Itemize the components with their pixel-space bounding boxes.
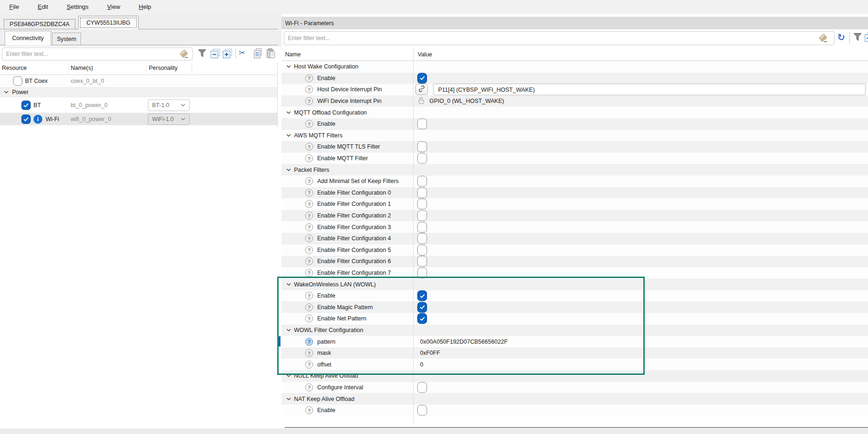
horizontal-scrollbar[interactable]: [285, 427, 868, 428]
collapse-all-icon[interactable]: [864, 32, 868, 42]
param-row-enable-filter-configuration-1[interactable]: ?Enable Filter Configuration 1: [281, 198, 868, 210]
info-icon[interactable]: i: [33, 115, 42, 123]
param-checkbox[interactable]: [417, 73, 427, 83]
param-row-wifi-device-interrupt-pin[interactable]: ?WiFi Device Interrupt PinGPIO_0 (WL_HOS…: [281, 95, 868, 107]
resource-checkbox[interactable]: [13, 76, 22, 86]
personality-select[interactable]: BT-1.0: [148, 99, 190, 111]
name-value-divider[interactable]: [413, 49, 414, 423]
chevron-down-icon[interactable]: [286, 134, 291, 137]
param-row-enable[interactable]: ?Enable: [281, 73, 868, 84]
menu-settings[interactable]: Settings: [57, 0, 98, 14]
chevron-down-icon[interactable]: [286, 65, 291, 68]
param-row-enable-filter-configuration-6[interactable]: ?Enable Filter Configuration 6: [281, 256, 868, 267]
help-icon[interactable]: ?: [305, 189, 313, 197]
param-checkbox[interactable]: [417, 405, 427, 416]
clear-filter-eraser-icon[interactable]: [179, 49, 189, 59]
resource-checkbox[interactable]: [21, 101, 31, 110]
param-checkbox[interactable]: [417, 119, 427, 129]
help-icon[interactable]: ?: [305, 235, 313, 243]
param-row-enable-filter-configuration-2[interactable]: ?Enable Filter Configuration 2: [281, 210, 868, 222]
param-checkbox[interactable]: [417, 210, 427, 221]
param-row-pattern[interactable]: ?pattern0x00A050F192D07CB56656022F: [281, 336, 868, 347]
param-row-add-minimal-set-of-keep-filters[interactable]: ?Add Minimal Set of Keep Filters: [281, 176, 868, 187]
help-icon[interactable]: ?: [305, 143, 313, 151]
pin-value-box[interactable]: P11[4] (CYBSP_WIFI_HOST_WAKE): [433, 84, 866, 95]
param-row-configure-interval[interactable]: ?Configure Interval: [281, 382, 868, 393]
group-row-packet-filters[interactable]: Packet Filters: [281, 164, 868, 176]
param-row-enable-filter-configuration-4[interactable]: ?Enable Filter Configuration 4: [281, 233, 868, 244]
help-icon[interactable]: ?: [305, 269, 313, 277]
help-icon[interactable]: ?: [305, 315, 313, 323]
help-icon[interactable]: ?: [305, 303, 313, 311]
param-row-mask[interactable]: ?mask0xF0FF: [281, 347, 868, 359]
chevron-down-icon[interactable]: [4, 91, 9, 94]
help-icon[interactable]: ?: [305, 258, 313, 265]
help-icon[interactable]: ?: [305, 200, 313, 208]
help-icon[interactable]: ?: [305, 349, 313, 357]
device-tab-cyw55513[interactable]: CYW55513IUBG: [78, 16, 139, 29]
help-icon[interactable]: ?: [305, 97, 313, 105]
param-row-enable-filter-configuration-5[interactable]: ?Enable Filter Configuration 5: [281, 244, 868, 256]
param-row-host-device-interrupt-pin[interactable]: ?Host Device Interrupt PinP11[4] (CYBSP_…: [281, 84, 868, 95]
param-checkbox[interactable]: [417, 222, 427, 232]
column-header-resource[interactable]: Resource: [2, 65, 27, 71]
help-icon[interactable]: ?: [305, 407, 313, 414]
param-row-enable-filter-configuration-0[interactable]: ?Enable Filter Configuration 0: [281, 187, 868, 199]
param-checkbox[interactable]: [417, 142, 427, 152]
group-row-wowl-filter-configuration[interactable]: WOWL Filter Configuration: [281, 325, 868, 336]
param-checkbox[interactable]: [417, 382, 427, 393]
param-checkbox[interactable]: [417, 187, 427, 198]
help-icon[interactable]: ?: [305, 155, 313, 163]
help-icon[interactable]: ?: [305, 292, 313, 300]
help-icon[interactable]: ?: [305, 383, 313, 391]
column-header-name[interactable]: Name: [285, 51, 300, 58]
resource-checkbox[interactable]: [21, 115, 31, 124]
group-row-aws-mqtt-filters[interactable]: AWS MQTT Filters: [281, 130, 868, 142]
param-checkbox[interactable]: [417, 313, 427, 324]
help-icon[interactable]: ?: [305, 338, 313, 346]
param-checkbox[interactable]: [417, 256, 427, 267]
param-checkbox[interactable]: [417, 153, 427, 164]
help-icon[interactable]: ?: [305, 177, 313, 185]
param-row-enable-filter-configuration-3[interactable]: ?Enable Filter Configuration 3: [281, 221, 868, 233]
chevron-down-icon[interactable]: [286, 397, 291, 400]
pin-link-button[interactable]: [415, 84, 428, 95]
chevron-down-icon[interactable]: [286, 168, 291, 171]
expand-all-icon[interactable]: [222, 48, 233, 59]
group-row-host-wake-configuration[interactable]: Host Wake Configuration: [281, 61, 868, 73]
param-value[interactable]: 0xF0FF: [420, 350, 440, 356]
resource-row-bt-coex[interactable]: BT Coexcoex_0_bt_0: [0, 75, 277, 88]
help-icon[interactable]: ?: [305, 223, 313, 231]
column-header-value[interactable]: Value: [418, 51, 432, 58]
collapse-all-icon[interactable]: [210, 48, 220, 59]
help-icon[interactable]: ?: [305, 360, 313, 368]
paste-icon[interactable]: [266, 48, 276, 59]
param-checkbox[interactable]: [417, 244, 427, 255]
cut-icon[interactable]: ✂: [239, 49, 245, 57]
filter-icon[interactable]: [853, 33, 862, 42]
param-checkbox[interactable]: [417, 267, 427, 278]
copy-icon[interactable]: [253, 48, 263, 59]
group-row-null-keep-alive-offload[interactable]: NULL Keep Alive Offload: [281, 370, 868, 382]
resource-group-row[interactable]: Power: [0, 88, 277, 97]
param-checkbox[interactable]: [417, 291, 427, 301]
chevron-down-icon[interactable]: [286, 328, 291, 332]
param-checkbox[interactable]: [417, 233, 427, 244]
param-row-enable-mqtt-tls-filter[interactable]: ?Enable MQTT TLS Filter: [281, 141, 868, 153]
param-row-offset[interactable]: ?offset0: [281, 359, 868, 370]
param-row-enable[interactable]: ?Enable: [281, 118, 868, 130]
parameters-filter-input[interactable]: [284, 31, 835, 45]
param-value[interactable]: 0x00A050F192D07CB56656022F: [420, 339, 507, 345]
menu-file[interactable]: File: [0, 0, 28, 14]
personality-select[interactable]: WiFi-1.0: [148, 113, 190, 125]
chevron-down-icon[interactable]: [286, 374, 291, 378]
column-header-names[interactable]: Name(s): [71, 65, 93, 71]
menu-edit[interactable]: Edit: [28, 0, 57, 14]
filter-icon[interactable]: [197, 49, 207, 58]
group-row-nat-keep-alive-offload[interactable]: NAT Keep Alive Offload: [281, 393, 868, 405]
device-tab-pse846[interactable]: PSE846GPS2DBZC4A: [4, 19, 75, 29]
tab-system[interactable]: System: [52, 33, 81, 45]
help-icon[interactable]: ?: [305, 246, 313, 254]
help-icon[interactable]: ?: [305, 86, 313, 94]
menu-view[interactable]: View: [98, 0, 129, 14]
